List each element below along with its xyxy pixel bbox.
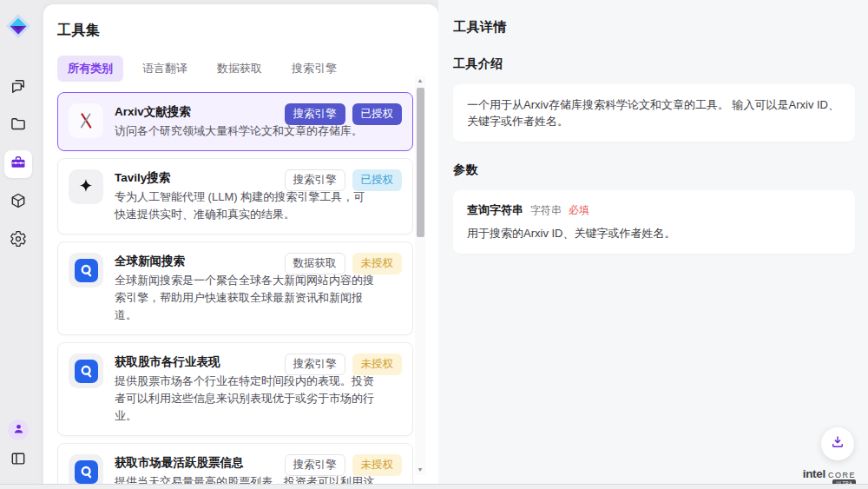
- core-wordmark: core ULTRA: [828, 468, 856, 480]
- window-bottom-edge: [0, 484, 868, 489]
- tab-data-acquisition[interactable]: 数据获取: [207, 56, 273, 82]
- tool-description: 专为人工智能代理 (LLM) 构建的搜索引擎工具，可快速提供实时、准确和真实的结…: [115, 188, 375, 223]
- app-logo-icon[interactable]: [5, 13, 31, 39]
- intel-core-logo: intel core ULTRA: [803, 467, 856, 480]
- param-name: 查询字符串: [467, 202, 523, 218]
- tool-card-arxiv[interactable]: Arxiv文献搜索 访问各个研究领域大量科学论文和文章的存储库。 搜索引擎 已授…: [57, 92, 413, 151]
- param-required-flag: 必填: [569, 203, 589, 218]
- page-title: 工具集: [57, 22, 438, 40]
- panel-toggle-icon: [10, 450, 27, 471]
- tool-description: 访问各个研究领域大量科学论文和文章的存储库。: [115, 122, 375, 140]
- sidebar-item-models[interactable]: [4, 188, 32, 216]
- param-box: 查询字符串 字符串 必填 用于搜索的Arxiv ID、关键字或作者姓名。: [453, 190, 855, 254]
- list-scrollbar[interactable]: ▲ ▼: [415, 76, 425, 475]
- blue-search-icon: [75, 259, 98, 282]
- tab-search-engine[interactable]: 搜索引擎: [281, 56, 347, 82]
- category-badge: 搜索引擎: [285, 103, 345, 125]
- auth-status-badge: 未授权: [352, 354, 403, 375]
- category-badge: 搜索引擎: [285, 169, 345, 191]
- scroll-up-arrow-icon[interactable]: ▲: [418, 76, 424, 86]
- cube-icon: [10, 192, 27, 213]
- tools-panel: 工具集 所有类别 语言翻译 数据获取 搜索引擎 Arxiv文献搜索 访问各个研究…: [43, 4, 438, 484]
- tool-description: 全球新闻搜索是一个聚合全球各大新闻网站内容的搜索引擎，帮助用户快速获取全球最新资…: [115, 272, 375, 324]
- user-avatar[interactable]: [8, 420, 29, 440]
- auth-status-badge: 已授权: [352, 169, 403, 191]
- sidebar-bottom: [7, 420, 30, 472]
- category-badge: 搜索引擎: [285, 454, 345, 476]
- download-button[interactable]: [821, 427, 854, 460]
- sidebar-nav: [4, 74, 32, 254]
- download-icon: [830, 434, 845, 453]
- params-heading: 参数: [453, 162, 855, 178]
- blue-search-icon: [75, 360, 98, 383]
- intro-box: 一个用于从Arxiv存储库搜索科学论文和文章的工具。 输入可以是Arxiv ID…: [453, 84, 855, 142]
- arxiv-icon: [69, 103, 103, 138]
- category-badge: 数据获取: [285, 253, 345, 274]
- detail-title: 工具详情: [453, 19, 855, 36]
- tool-card-list: Arxiv文献搜索 访问各个研究领域大量科学论文和文章的存储库。 搜索引擎 已授…: [57, 92, 413, 484]
- intro-text: 一个用于从Arxiv存储库搜索科学论文和文章的工具。 输入可以是Arxiv ID…: [467, 96, 841, 129]
- tab-all-categories[interactable]: 所有类别: [57, 56, 123, 82]
- user-icon: [12, 422, 25, 439]
- tool-description: 提供股票市场各个行业在特定时间段内的表现。投资者可以利用这些信息来识别表现优于或…: [115, 373, 375, 425]
- tool-card-sector-performance[interactable]: 获取股市各行业表现 提供股票市场各个行业在特定时间段内的表现。投资者可以利用这些…: [57, 342, 413, 436]
- blue-search-icon: [75, 460, 98, 484]
- category-tabs: 所有类别 语言翻译 数据获取 搜索引擎: [57, 56, 438, 82]
- auth-status-badge: 未授权: [352, 253, 403, 274]
- tavily-icon: [69, 169, 103, 204]
- gear-icon: [10, 230, 27, 251]
- collapse-sidebar-button[interactable]: [7, 449, 30, 472]
- param-type: 字符串: [530, 203, 562, 218]
- sidebar-item-settings[interactable]: [4, 227, 32, 254]
- intel-wordmark: intel: [803, 467, 825, 480]
- sidebar-item-tools[interactable]: [4, 150, 32, 178]
- folder-icon: [10, 116, 27, 136]
- sidebar-item-chat[interactable]: [4, 74, 32, 102]
- scroll-down-arrow-icon[interactable]: ▼: [418, 465, 424, 475]
- param-description: 用于搜索的Arxiv ID、关键字或作者姓名。: [467, 226, 841, 241]
- auth-status-badge: 已授权: [352, 103, 403, 125]
- scrollbar-thumb[interactable]: [417, 88, 424, 237]
- intro-heading: 工具介绍: [453, 56, 855, 72]
- sidebar: [0, 0, 36, 484]
- tool-card-tavily[interactable]: Tavily搜索 专为人工智能代理 (LLM) 构建的搜索引擎工具，可快速提供实…: [57, 158, 413, 235]
- tool-card-most-active-stocks[interactable]: 获取市场最活跃股票信息 提供当天交易量最高的股票列表，投资者可以利用这些信息来识…: [57, 443, 413, 484]
- tool-detail-panel: 工具详情 工具介绍 一个用于从Arxiv存储库搜索科学论文和文章的工具。 输入可…: [438, 0, 868, 484]
- auth-status-badge: 未授权: [352, 454, 403, 476]
- chat-icon: [10, 77, 27, 98]
- toolbox-icon: [10, 154, 27, 175]
- tab-language-translation[interactable]: 语言翻译: [132, 56, 198, 82]
- category-badge: 搜索引擎: [285, 354, 345, 375]
- sidebar-item-files[interactable]: [4, 112, 32, 140]
- tool-card-global-news[interactable]: 全球新闻搜索 全球新闻搜索是一个聚合全球各大新闻网站内容的搜索引擎，帮助用户快速…: [57, 241, 413, 335]
